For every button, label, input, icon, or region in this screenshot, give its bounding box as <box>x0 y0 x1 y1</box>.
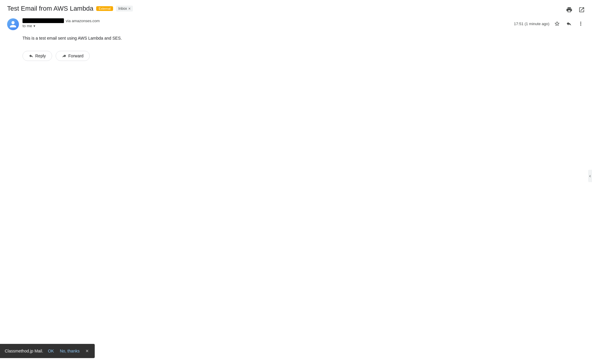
reply-btn-icon <box>29 54 33 58</box>
star-button[interactable] <box>553 20 561 28</box>
reply-icon <box>566 21 572 27</box>
inbox-badge-close[interactable]: × <box>128 6 131 11</box>
inbox-badge: Inbox × <box>116 6 133 12</box>
email-container: Test Email from AWS Lambda External Inbo… <box>0 0 592 66</box>
open-external-icon <box>578 7 585 13</box>
snackbar-no-thanks-button[interactable]: No, thanks <box>59 347 81 355</box>
sender-name-row: via amazonses.com <box>22 18 100 23</box>
email-body-text: This is a test email sent using AWS Lamb… <box>22 35 585 41</box>
snackbar-ok-button[interactable]: OK <box>47 347 55 355</box>
email-content: This is a test email sent using AWS Lamb… <box>22 35 585 41</box>
email-timestamp: 17:51 (1 minute ago) <box>514 22 549 26</box>
open-external-button[interactable] <box>576 4 587 15</box>
reply-button-label: Reply <box>35 54 46 58</box>
reply-action-button[interactable]: Reply <box>22 51 52 61</box>
reply-button-header[interactable] <box>565 20 573 28</box>
sender-left: via amazonses.com to me ▾ <box>7 18 100 30</box>
avatar-icon <box>9 20 17 28</box>
top-actions <box>564 4 587 15</box>
external-badge: External <box>96 6 113 11</box>
sender-info: via amazonses.com to me ▾ <box>22 18 100 28</box>
right-chevron-button[interactable]: ‹ <box>588 170 592 182</box>
chevron-right-icon: ‹ <box>589 173 591 178</box>
avatar <box>7 18 19 30</box>
sender-right: 17:51 (1 minute ago) <box>514 18 585 28</box>
inbox-badge-label: Inbox <box>118 7 127 11</box>
more-options-button[interactable] <box>577 20 585 28</box>
forward-button-label: Forward <box>68 54 83 58</box>
print-icon <box>566 7 572 13</box>
action-buttons: Reply Forward <box>22 51 585 61</box>
email-subject: Test Email from AWS Lambda <box>7 5 93 12</box>
snackbar-text: Classmethod.jp Mail. <box>5 349 43 353</box>
snackbar-close-button[interactable]: × <box>84 348 90 354</box>
to-details-chevron[interactable]: ▾ <box>33 24 35 28</box>
sender-row: via amazonses.com to me ▾ 17:51 (1 minut… <box>7 18 585 30</box>
more-vert-icon <box>578 21 584 27</box>
to-me-label: to me <box>22 24 32 28</box>
snackbar: Classmethod.jp Mail. OK No, thanks × <box>0 344 95 358</box>
email-body: via amazonses.com to me ▾ 17:51 (1 minut… <box>7 18 585 61</box>
star-icon <box>554 21 560 27</box>
sender-name-redacted <box>22 18 64 23</box>
email-header: Test Email from AWS Lambda External Inbo… <box>7 5 585 12</box>
sender-via: via amazonses.com <box>66 19 100 23</box>
forward-action-button[interactable]: Forward <box>56 51 90 61</box>
forward-btn-icon <box>62 54 67 58</box>
print-button[interactable] <box>564 4 575 15</box>
to-row: to me ▾ <box>22 24 100 28</box>
